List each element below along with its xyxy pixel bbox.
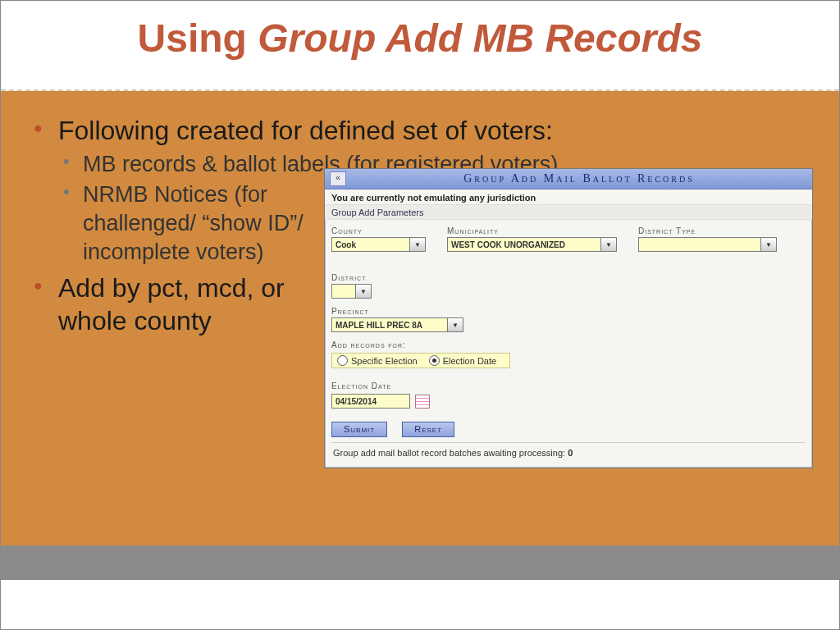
value-district-type (638, 237, 760, 252)
label-precinct: Precinct (331, 307, 463, 316)
button-row: Submit Reset (331, 422, 806, 437)
section-header: Group Add Parameters (325, 204, 812, 220)
bullet-2: Add by pct, mcd, or whole county (30, 272, 313, 337)
select-municipality[interactable]: WEST COOK UNORGANIZED ▼ (447, 237, 617, 252)
radio-label-date: Election Date (443, 356, 496, 366)
chevron-down-icon: ▼ (600, 237, 617, 252)
calendar-icon[interactable] (415, 395, 430, 409)
reset-button[interactable]: Reset (402, 422, 454, 437)
radio-group-add-for: Specific Election Election Date (331, 353, 510, 368)
field-election-date: 04/15/2014 (331, 394, 806, 409)
slide-body: Following created for defined set of vot… (1, 91, 839, 580)
radio-specific-election[interactable] (337, 355, 348, 366)
app-title: Group Add Mail Ballot Records (346, 172, 812, 185)
status-count: 0 (568, 448, 573, 458)
submit-button[interactable]: Submit (331, 422, 387, 437)
field-district-type: District Type ▼ (638, 226, 777, 252)
bullet-1-text: Following created for defined set of vot… (58, 116, 553, 145)
chevron-down-icon: ▼ (760, 237, 777, 252)
sub-bullet-2: NRMB Notices (for challenged/ “show ID”/… (58, 180, 337, 267)
slide-header: Using Group Add MB Records (1, 1, 839, 89)
select-precinct[interactable]: MAPLE HILL PREC 8A ▼ (331, 317, 463, 332)
emulation-message: You are currently not emulating any juri… (325, 189, 812, 204)
app-window: « Group Add Mail Ballot Records You are … (324, 168, 813, 468)
title-part-1: Using (138, 16, 258, 60)
title-part-2: Group Add MB Records (258, 16, 702, 60)
value-municipality: WEST COOK UNORGANIZED (447, 237, 600, 252)
value-district (331, 284, 355, 299)
row-2: Precinct MAPLE HILL PREC 8A ▼ (331, 307, 806, 332)
row-1: County Cook ▼ Municipality WEST COOK UNO… (331, 226, 806, 299)
select-district[interactable]: ▼ (331, 284, 372, 299)
slide: Using Group Add MB Records Following cre… (0, 0, 840, 630)
label-district-type: District Type (638, 226, 777, 235)
value-precinct: MAPLE HILL PREC 8A (331, 317, 447, 332)
chevron-down-icon: ▼ (355, 284, 372, 299)
status-line: Group add mail ballot record batches awa… (331, 442, 806, 463)
label-county: County (331, 226, 426, 235)
field-municipality: Municipality WEST COOK UNORGANIZED ▼ (447, 226, 617, 252)
back-button[interactable]: « (330, 171, 346, 186)
select-district-type[interactable]: ▼ (638, 237, 777, 252)
spacer (331, 368, 806, 380)
chevron-down-icon: ▼ (447, 317, 463, 332)
field-precinct: Precinct MAPLE HILL PREC 8A ▼ (331, 307, 463, 332)
chevron-down-icon: ▼ (409, 237, 426, 252)
label-add-records-for: Add records for: (331, 340, 806, 349)
label-district: District (331, 273, 372, 282)
app-body: County Cook ▼ Municipality WEST COOK UNO… (325, 220, 812, 468)
slide-footer (1, 546, 839, 580)
field-county: County Cook ▼ (331, 226, 426, 252)
slide-title: Using Group Add MB Records (1, 1, 839, 61)
radio-label-specific: Specific Election (351, 356, 418, 366)
label-municipality: Municipality (447, 226, 617, 235)
status-text: Group add mail ballot record batches awa… (333, 448, 568, 458)
field-district: District ▼ (331, 273, 372, 299)
input-election-date[interactable]: 04/15/2014 (331, 394, 410, 409)
value-county: Cook (331, 237, 409, 252)
radio-election-date[interactable] (429, 355, 440, 366)
label-election-date: Election Date (331, 381, 806, 390)
select-county[interactable]: Cook ▼ (331, 237, 426, 252)
app-titlebar: « Group Add Mail Ballot Records (325, 169, 812, 189)
